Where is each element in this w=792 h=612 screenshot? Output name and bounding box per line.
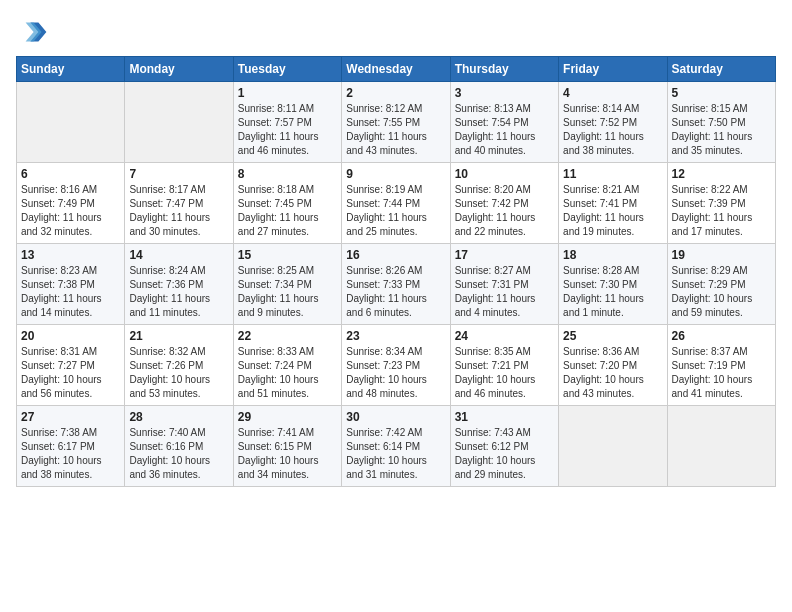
day-number: 1 — [238, 86, 337, 100]
weekday-header: Wednesday — [342, 57, 450, 82]
calendar-cell: 4Sunrise: 8:14 AM Sunset: 7:52 PM Daylig… — [559, 82, 667, 163]
calendar-cell: 9Sunrise: 8:19 AM Sunset: 7:44 PM Daylig… — [342, 163, 450, 244]
calendar-body: 1Sunrise: 8:11 AM Sunset: 7:57 PM Daylig… — [17, 82, 776, 487]
calendar-week-row: 27Sunrise: 7:38 AM Sunset: 6:17 PM Dayli… — [17, 406, 776, 487]
weekday-header: Friday — [559, 57, 667, 82]
calendar-cell: 13Sunrise: 8:23 AM Sunset: 7:38 PM Dayli… — [17, 244, 125, 325]
day-detail: Sunrise: 8:28 AM Sunset: 7:30 PM Dayligh… — [563, 264, 662, 320]
day-number: 11 — [563, 167, 662, 181]
calendar-cell — [17, 82, 125, 163]
day-number: 8 — [238, 167, 337, 181]
day-detail: Sunrise: 8:31 AM Sunset: 7:27 PM Dayligh… — [21, 345, 120, 401]
calendar-week-row: 20Sunrise: 8:31 AM Sunset: 7:27 PM Dayli… — [17, 325, 776, 406]
calendar-cell: 22Sunrise: 8:33 AM Sunset: 7:24 PM Dayli… — [233, 325, 341, 406]
day-detail: Sunrise: 8:26 AM Sunset: 7:33 PM Dayligh… — [346, 264, 445, 320]
calendar-cell: 31Sunrise: 7:43 AM Sunset: 6:12 PM Dayli… — [450, 406, 558, 487]
calendar-table: SundayMondayTuesdayWednesdayThursdayFrid… — [16, 56, 776, 487]
calendar-cell — [125, 82, 233, 163]
calendar-cell: 11Sunrise: 8:21 AM Sunset: 7:41 PM Dayli… — [559, 163, 667, 244]
calendar-cell: 27Sunrise: 7:38 AM Sunset: 6:17 PM Dayli… — [17, 406, 125, 487]
day-number: 23 — [346, 329, 445, 343]
calendar-cell: 5Sunrise: 8:15 AM Sunset: 7:50 PM Daylig… — [667, 82, 775, 163]
day-number: 15 — [238, 248, 337, 262]
calendar-cell: 12Sunrise: 8:22 AM Sunset: 7:39 PM Dayli… — [667, 163, 775, 244]
calendar-cell: 19Sunrise: 8:29 AM Sunset: 7:29 PM Dayli… — [667, 244, 775, 325]
calendar-header: SundayMondayTuesdayWednesdayThursdayFrid… — [17, 57, 776, 82]
day-number: 7 — [129, 167, 228, 181]
day-detail: Sunrise: 8:23 AM Sunset: 7:38 PM Dayligh… — [21, 264, 120, 320]
calendar-cell: 10Sunrise: 8:20 AM Sunset: 7:42 PM Dayli… — [450, 163, 558, 244]
calendar-cell: 7Sunrise: 8:17 AM Sunset: 7:47 PM Daylig… — [125, 163, 233, 244]
calendar-cell: 23Sunrise: 8:34 AM Sunset: 7:23 PM Dayli… — [342, 325, 450, 406]
day-number: 3 — [455, 86, 554, 100]
day-detail: Sunrise: 7:43 AM Sunset: 6:12 PM Dayligh… — [455, 426, 554, 482]
day-detail: Sunrise: 7:40 AM Sunset: 6:16 PM Dayligh… — [129, 426, 228, 482]
calendar-cell: 20Sunrise: 8:31 AM Sunset: 7:27 PM Dayli… — [17, 325, 125, 406]
weekday-header: Sunday — [17, 57, 125, 82]
calendar-cell: 17Sunrise: 8:27 AM Sunset: 7:31 PM Dayli… — [450, 244, 558, 325]
calendar-week-row: 1Sunrise: 8:11 AM Sunset: 7:57 PM Daylig… — [17, 82, 776, 163]
day-detail: Sunrise: 8:29 AM Sunset: 7:29 PM Dayligh… — [672, 264, 771, 320]
logo-icon — [16, 16, 48, 48]
day-detail: Sunrise: 8:18 AM Sunset: 7:45 PM Dayligh… — [238, 183, 337, 239]
day-number: 20 — [21, 329, 120, 343]
calendar-cell: 25Sunrise: 8:36 AM Sunset: 7:20 PM Dayli… — [559, 325, 667, 406]
day-number: 10 — [455, 167, 554, 181]
day-detail: Sunrise: 7:41 AM Sunset: 6:15 PM Dayligh… — [238, 426, 337, 482]
day-number: 17 — [455, 248, 554, 262]
day-number: 24 — [455, 329, 554, 343]
day-number: 4 — [563, 86, 662, 100]
day-number: 21 — [129, 329, 228, 343]
day-detail: Sunrise: 8:25 AM Sunset: 7:34 PM Dayligh… — [238, 264, 337, 320]
day-number: 13 — [21, 248, 120, 262]
logo — [16, 16, 52, 48]
day-number: 12 — [672, 167, 771, 181]
day-detail: Sunrise: 8:20 AM Sunset: 7:42 PM Dayligh… — [455, 183, 554, 239]
day-number: 6 — [21, 167, 120, 181]
day-detail: Sunrise: 8:37 AM Sunset: 7:19 PM Dayligh… — [672, 345, 771, 401]
day-detail: Sunrise: 8:35 AM Sunset: 7:21 PM Dayligh… — [455, 345, 554, 401]
day-number: 27 — [21, 410, 120, 424]
day-detail: Sunrise: 8:12 AM Sunset: 7:55 PM Dayligh… — [346, 102, 445, 158]
calendar-cell: 6Sunrise: 8:16 AM Sunset: 7:49 PM Daylig… — [17, 163, 125, 244]
day-number: 2 — [346, 86, 445, 100]
day-detail: Sunrise: 8:11 AM Sunset: 7:57 PM Dayligh… — [238, 102, 337, 158]
day-number: 25 — [563, 329, 662, 343]
calendar-cell: 28Sunrise: 7:40 AM Sunset: 6:16 PM Dayli… — [125, 406, 233, 487]
day-number: 22 — [238, 329, 337, 343]
day-number: 14 — [129, 248, 228, 262]
day-detail: Sunrise: 8:14 AM Sunset: 7:52 PM Dayligh… — [563, 102, 662, 158]
day-detail: Sunrise: 8:22 AM Sunset: 7:39 PM Dayligh… — [672, 183, 771, 239]
day-detail: Sunrise: 8:15 AM Sunset: 7:50 PM Dayligh… — [672, 102, 771, 158]
day-detail: Sunrise: 8:27 AM Sunset: 7:31 PM Dayligh… — [455, 264, 554, 320]
day-detail: Sunrise: 7:38 AM Sunset: 6:17 PM Dayligh… — [21, 426, 120, 482]
day-detail: Sunrise: 8:17 AM Sunset: 7:47 PM Dayligh… — [129, 183, 228, 239]
day-number: 16 — [346, 248, 445, 262]
day-detail: Sunrise: 8:21 AM Sunset: 7:41 PM Dayligh… — [563, 183, 662, 239]
day-number: 9 — [346, 167, 445, 181]
calendar-cell: 26Sunrise: 8:37 AM Sunset: 7:19 PM Dayli… — [667, 325, 775, 406]
calendar-cell: 14Sunrise: 8:24 AM Sunset: 7:36 PM Dayli… — [125, 244, 233, 325]
weekday-header: Tuesday — [233, 57, 341, 82]
calendar-week-row: 13Sunrise: 8:23 AM Sunset: 7:38 PM Dayli… — [17, 244, 776, 325]
day-number: 19 — [672, 248, 771, 262]
day-detail: Sunrise: 8:16 AM Sunset: 7:49 PM Dayligh… — [21, 183, 120, 239]
day-number: 5 — [672, 86, 771, 100]
calendar-cell: 30Sunrise: 7:42 AM Sunset: 6:14 PM Dayli… — [342, 406, 450, 487]
day-detail: Sunrise: 8:13 AM Sunset: 7:54 PM Dayligh… — [455, 102, 554, 158]
calendar-cell — [559, 406, 667, 487]
weekday-header: Thursday — [450, 57, 558, 82]
day-detail: Sunrise: 8:19 AM Sunset: 7:44 PM Dayligh… — [346, 183, 445, 239]
calendar-cell: 1Sunrise: 8:11 AM Sunset: 7:57 PM Daylig… — [233, 82, 341, 163]
day-detail: Sunrise: 8:32 AM Sunset: 7:26 PM Dayligh… — [129, 345, 228, 401]
calendar-cell: 18Sunrise: 8:28 AM Sunset: 7:30 PM Dayli… — [559, 244, 667, 325]
day-number: 30 — [346, 410, 445, 424]
day-number: 29 — [238, 410, 337, 424]
calendar-cell: 24Sunrise: 8:35 AM Sunset: 7:21 PM Dayli… — [450, 325, 558, 406]
page-header — [16, 16, 776, 48]
day-detail: Sunrise: 8:34 AM Sunset: 7:23 PM Dayligh… — [346, 345, 445, 401]
calendar-week-row: 6Sunrise: 8:16 AM Sunset: 7:49 PM Daylig… — [17, 163, 776, 244]
day-number: 28 — [129, 410, 228, 424]
weekday-header: Saturday — [667, 57, 775, 82]
calendar-cell: 21Sunrise: 8:32 AM Sunset: 7:26 PM Dayli… — [125, 325, 233, 406]
